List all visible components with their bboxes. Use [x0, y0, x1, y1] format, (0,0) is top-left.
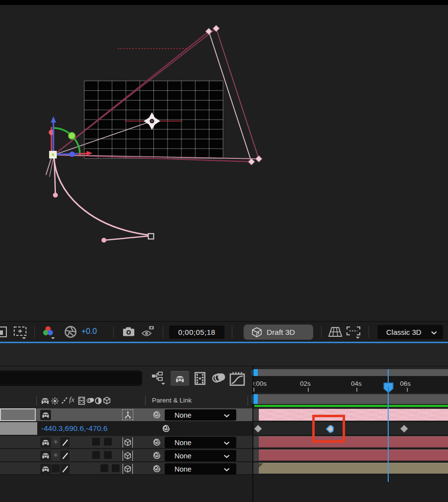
timeline-search-input[interactable]: [0, 371, 142, 386]
shy-switch[interactable]: [40, 410, 51, 420]
property-name-cell[interactable]: [0, 422, 37, 435]
position-property-row[interactable]: -440.3,690.6,-470.6: [0, 422, 448, 436]
view-layout-icon[interactable]: [327, 326, 343, 337]
gizmo-blue-handle: [70, 151, 75, 157]
parent-pick-whip[interactable]: [152, 451, 161, 460]
toolbar-separator: [113, 326, 114, 338]
gizmo-rotate-handle: [69, 132, 75, 139]
frame-blend-switch[interactable]: [92, 438, 100, 446]
take-snapshot-icon[interactable]: [122, 326, 136, 337]
frame-blend-switch[interactable]: [92, 451, 100, 459]
ruler-tick: [356, 388, 357, 392]
viewer-toolbar: +0.0 0;00;05;18: [0, 321, 448, 342]
layer-row-3[interactable]: ✷ None: [0, 449, 448, 462]
timeline-panel-divider[interactable]: [252, 366, 253, 502]
quality-switch[interactable]: [60, 451, 70, 461]
chevron-down-icon: [224, 454, 230, 458]
reset-exposure-icon[interactable]: [64, 326, 77, 338]
frame-blend-switch[interactable]: [100, 464, 108, 472]
toolbar-separator: [232, 326, 232, 338]
timeline-empty-area: [0, 475, 448, 502]
panel-gap: [0, 343, 448, 366]
keyframe-diamond[interactable]: [254, 425, 262, 433]
motion-blur-switch[interactable]: [112, 464, 120, 472]
motion-blur-switch[interactable]: [104, 451, 112, 459]
collapse-switch[interactable]: ✷: [51, 451, 60, 459]
layer-name-cell[interactable]: [0, 408, 36, 421]
exposure-value[interactable]: +0.0: [81, 327, 97, 336]
3d-layer-switch[interactable]: [123, 437, 133, 448]
quality-switch[interactable]: [60, 437, 70, 448]
parent-dropdown[interactable]: None: [165, 437, 236, 448]
layer-duration-bar-maroon[interactable]: [259, 436, 448, 448]
parent-dropdown[interactable]: None: [165, 409, 236, 421]
parent-dropdown[interactable]: None: [165, 463, 236, 475]
layer-switches-header: fx: [0, 394, 252, 407]
layer-row-2[interactable]: ✷ None: [0, 436, 448, 449]
keyframe-diamond[interactable]: [400, 425, 408, 433]
3d-layer-switch[interactable]: [123, 464, 133, 474]
ruler-label-0s: 0:00s: [252, 380, 267, 387]
3d-layer-column-icon[interactable]: [103, 397, 111, 404]
motion-blur-column-icon[interactable]: [86, 397, 95, 404]
3d-layer-switch[interactable]: [123, 451, 133, 461]
ground-plane-icon[interactable]: [346, 326, 363, 340]
layer-bar-handle[interactable]: [253, 463, 259, 474]
after-effects-window: +0.0 0;00;05;18: [0, 0, 448, 502]
shy-switch[interactable]: [40, 437, 51, 448]
frame-blend-column-icon[interactable]: [77, 397, 86, 405]
playhead-marker[interactable]: [383, 382, 394, 393]
timecode-field[interactable]: 0;00;05;18: [169, 326, 224, 339]
layer-bar-handle[interactable]: [253, 436, 259, 448]
show-snapshot-icon[interactable]: [141, 326, 156, 338]
parent-pick-whip[interactable]: [152, 410, 161, 419]
motion-blur-icon[interactable]: [212, 372, 226, 384]
parent-pick-whip[interactable]: [152, 464, 161, 473]
work-area-bar-2[interactable]: [253, 394, 448, 404]
collapse-transformations-column-icon[interactable]: [51, 397, 59, 405]
effects-column-icon[interactable]: fx: [69, 396, 75, 404]
parent-dropdown[interactable]: None: [165, 450, 236, 461]
graph-editor-icon[interactable]: [229, 372, 246, 386]
position-value[interactable]: -440.3,690.6,-470.6: [41, 424, 107, 433]
chevron-down-icon: [224, 441, 230, 445]
parent-pick-whip[interactable]: [152, 438, 161, 447]
adjustment-layer-column-icon[interactable]: [95, 397, 102, 404]
renderer-dropdown[interactable]: Classic 3D: [377, 325, 443, 339]
ruler-label-2s: 02s: [300, 380, 311, 387]
time-ruler[interactable]: 0:00s 02s 04s 06s: [252, 376, 448, 393]
layer-row-1[interactable]: None: [0, 408, 448, 422]
ruler-label-4s: 04s: [351, 380, 362, 387]
composition-viewport[interactable]: [0, 5, 448, 321]
grid-guide-options-icon[interactable]: [13, 326, 29, 340]
draft-3d-toggle[interactable]: Draft 3D: [244, 325, 313, 340]
gizmo-y-arrow: [51, 116, 56, 123]
parent-value: None: [174, 411, 192, 419]
layer-duration-bar-pink[interactable]: [259, 409, 448, 421]
shy-column-icon[interactable]: [40, 397, 50, 405]
shy-switch[interactable]: [40, 451, 51, 461]
toolbar-separator: [369, 326, 369, 338]
enable-shy-layers-button[interactable]: [171, 371, 189, 386]
chevron-down-icon: [431, 331, 437, 335]
composition-flowchart-icon[interactable]: [151, 372, 168, 386]
layer-duration-bar-maroon[interactable]: [259, 450, 448, 461]
ruler-tick: [308, 388, 309, 392]
quality-column-icon[interactable]: [60, 397, 69, 405]
layer-bar-handle[interactable]: [253, 409, 259, 421]
collapse-switch[interactable]: ✷: [51, 438, 60, 446]
collapse-switch[interactable]: [51, 464, 60, 473]
quality-switch[interactable]: [60, 464, 70, 474]
region-of-interest-icon[interactable]: [0, 326, 8, 338]
work-area-bar[interactable]: [253, 369, 448, 376]
motion-blur-switch[interactable]: [104, 438, 112, 446]
layer-row-4[interactable]: None: [0, 462, 448, 475]
shy-switch[interactable]: [40, 464, 51, 474]
bezier-motion-path[interactable]: [46, 156, 154, 243]
property-pick-whip[interactable]: [162, 424, 171, 433]
annotation-highlight-box: [312, 415, 345, 443]
layer-duration-bar-olive[interactable]: [259, 463, 448, 474]
show-channel-icon[interactable]: [41, 326, 57, 340]
layer-bar-handle[interactable]: [253, 450, 259, 461]
frame-blending-icon[interactable]: [193, 372, 207, 385]
